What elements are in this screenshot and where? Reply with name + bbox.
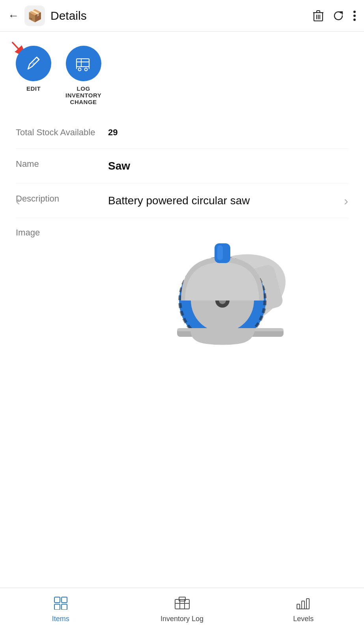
description-row: ‹ Description Battery powered circular s… (16, 183, 348, 218)
image-row: Image (16, 218, 348, 363)
levels-nav-label: Levels (293, 615, 314, 623)
name-value: Saw (108, 158, 348, 174)
back-button[interactable]: ← (8, 10, 19, 21)
svg-point-16 (78, 68, 81, 71)
svg-rect-2 (317, 11, 320, 13)
delete-button[interactable] (313, 10, 324, 22)
description-value: Battery powered circular saw (108, 193, 348, 208)
name-row: Name Saw (16, 149, 348, 183)
inventory-log-icon (174, 596, 190, 610)
image-label: Image (16, 228, 99, 238)
package-icon: 📦 (28, 9, 42, 22)
total-stock-row: Total Stock Available 29 (16, 117, 348, 149)
description-label: Description (16, 193, 99, 205)
edit-pencil-icon (25, 55, 42, 72)
svg-rect-43 (306, 599, 309, 609)
svg-point-8 (353, 19, 356, 21)
page-title: Details (50, 9, 87, 22)
items-icon (54, 596, 68, 610)
details-section: Total Stock Available 29 Name Saw ‹ Desc… (0, 113, 364, 367)
name-label: Name (16, 158, 99, 170)
svg-rect-41 (297, 604, 300, 609)
svg-point-6 (353, 11, 356, 13)
svg-rect-34 (54, 604, 60, 610)
refresh-icon (332, 10, 344, 22)
chevron-right-button[interactable]: › (344, 193, 348, 208)
svg-point-11 (32, 62, 35, 65)
items-nav-label: Items (52, 615, 69, 623)
more-dots-icon (353, 10, 356, 22)
total-stock-value: 29 (108, 127, 348, 139)
levels-icon (296, 596, 310, 610)
svg-point-7 (353, 15, 356, 17)
svg-rect-33 (62, 597, 67, 603)
edit-button[interactable] (16, 46, 51, 81)
edit-label: EDIT (26, 85, 41, 92)
log-inventory-label: LOG INVENTORY CHANGE (65, 85, 101, 105)
trash-icon (313, 10, 324, 22)
log-inventory-action-wrap: LOG INVENTORY CHANGE (65, 46, 101, 105)
edit-action-wrap: EDIT (16, 46, 51, 92)
item-image (108, 228, 348, 354)
nav-item-inventory-log[interactable]: Inventory Log (121, 596, 243, 623)
nav-item-items[interactable]: Items (0, 596, 121, 623)
header-icon: 📦 (24, 6, 45, 26)
svg-rect-42 (302, 601, 304, 609)
svg-rect-32 (54, 597, 60, 603)
svg-rect-12 (77, 59, 89, 67)
items-nav-icon (54, 596, 68, 612)
total-stock-label: Total Stock Available (16, 127, 99, 139)
svg-rect-35 (62, 604, 67, 610)
chevron-left-button[interactable]: ‹ (16, 193, 20, 208)
svg-rect-29 (217, 245, 223, 260)
header-actions (313, 10, 356, 22)
inventory-log-nav-label: Inventory Log (161, 615, 203, 623)
log-inventory-icon (74, 55, 93, 72)
refresh-button[interactable] (332, 10, 344, 22)
svg-point-17 (84, 68, 87, 71)
header: ← 📦 Details (0, 0, 364, 32)
action-buttons-section: EDIT LOG INVENTORY CHANGE (0, 32, 364, 113)
levels-nav-icon (296, 596, 310, 612)
more-button[interactable] (353, 10, 356, 22)
header-left: ← 📦 Details (8, 6, 313, 26)
bottom-nav: Items Inventory Log Levels (0, 588, 364, 631)
circular-saw-illustration (153, 231, 303, 350)
nav-item-levels[interactable]: Levels (243, 596, 364, 623)
log-inventory-button[interactable] (66, 46, 101, 81)
inventory-log-nav-icon (174, 596, 190, 612)
